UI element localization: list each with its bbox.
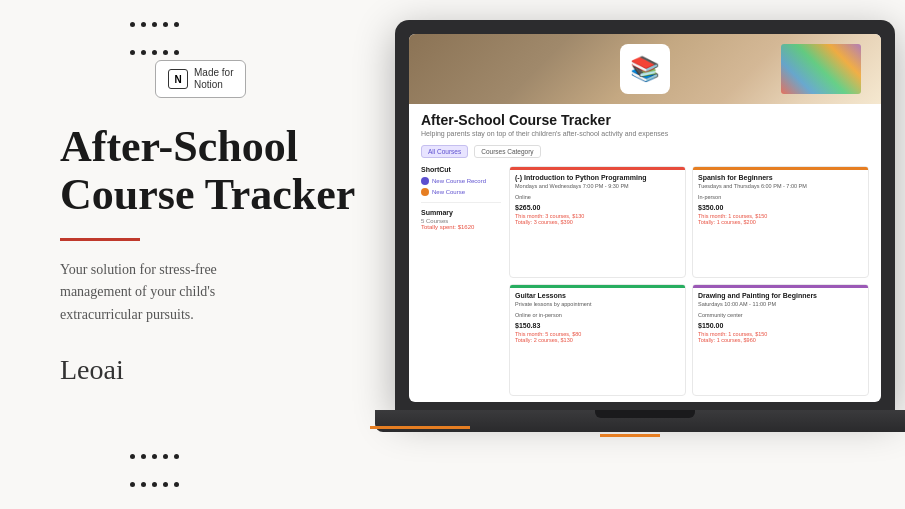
card-location-3: Online or in-person — [515, 312, 680, 320]
plus-icon-record — [421, 177, 429, 185]
sidebar-new-course-record[interactable]: New Course Record — [421, 177, 501, 185]
screen-body: After-School Course Tracker Helping pare… — [409, 104, 881, 402]
card-location-2: In-person — [698, 194, 863, 202]
card-price-2: $350.00 — [698, 204, 863, 211]
sidebar-summary-title: Summary — [421, 209, 501, 216]
sidebar-total-spent: Totally spent: $1620 — [421, 224, 501, 230]
screen-main-area: ShortCut New Course Record New Course Su… — [421, 166, 869, 396]
tab-courses-category[interactable]: Courses Category — [474, 145, 540, 158]
screen-sidebar: ShortCut New Course Record New Course Su… — [421, 166, 501, 396]
card-color-bar-4 — [693, 285, 868, 288]
orange-decoration-line-1 — [370, 426, 470, 429]
card-schedule-2: Tuesdays and Thursdays 6:00 PM - 7:00 PM — [698, 183, 863, 191]
card-price-3: $150.83 — [515, 322, 680, 329]
card-stats-3: This month: 5 courses, $80Totally: 2 cou… — [515, 331, 680, 343]
laptop-screen: 📚 After-School Course Tracker Helping pa… — [409, 34, 881, 402]
course-card-python-intro: (-) Introduction to Python Programming M… — [509, 166, 686, 278]
plus-icon-course — [421, 188, 429, 196]
card-schedule-1: Mondays and Wednesdays 7:00 PM - 9:30 PM — [515, 183, 680, 191]
screen-app-title: After-School Course Tracker — [421, 112, 869, 128]
card-color-bar-2 — [693, 167, 868, 170]
card-price-4: $150.00 — [698, 322, 863, 329]
laptop-body: 📚 After-School Course Tracker Helping pa… — [395, 20, 895, 410]
card-stats-2: This month: 1 courses, $150Totally: 1 co… — [698, 213, 863, 225]
course-card-spanish: Spanish for Beginners Tuesdays and Thurs… — [692, 166, 869, 278]
notion-icon: N — [168, 69, 188, 89]
card-schedule-4: Saturdays 10:00 AM - 11:00 PM — [698, 301, 863, 309]
sidebar-label: ShortCut — [421, 166, 501, 173]
card-location-1: Online — [515, 194, 680, 202]
card-color-bar-1 — [510, 167, 685, 170]
notion-badge-text: Made for Notion — [194, 67, 233, 91]
screen-tabs: All Courses Courses Category — [421, 145, 869, 158]
card-schedule-3: Private lessons by appointment — [515, 301, 680, 309]
course-card-drawing: Drawing and Painting for Beginners Satur… — [692, 284, 869, 396]
orange-decoration-line-2 — [600, 434, 660, 437]
notion-badge: N Made for Notion — [155, 60, 246, 98]
screen-header-image: 📚 — [409, 34, 881, 104]
card-location-4: Community center — [698, 312, 863, 320]
laptop-notch — [595, 410, 695, 418]
screen-app-subtitle: Helping parents stay on top of their chi… — [421, 130, 869, 137]
card-color-bar-3 — [510, 285, 685, 288]
card-stats-4: This month: 1 courses, $150Totally: 1 co… — [698, 331, 863, 343]
card-title-4: Drawing and Painting for Beginners — [698, 292, 863, 299]
card-stats-1: This month: 3 courses, $130Totally: 3 co… — [515, 213, 680, 225]
title-underline-decoration — [60, 238, 140, 241]
page-subtitle: Your solution for stress-free management… — [60, 259, 260, 326]
screen-cards-grid: (-) Introduction to Python Programming M… — [509, 166, 869, 396]
card-title-1: (-) Introduction to Python Programming — [515, 174, 680, 181]
card-title-2: Spanish for Beginners — [698, 174, 863, 181]
sidebar-divider — [421, 202, 501, 203]
screen-notion-icon: 📚 — [620, 44, 670, 94]
card-title-3: Guitar Lessons — [515, 292, 680, 299]
tab-all-courses[interactable]: All Courses — [421, 145, 468, 158]
course-card-guitar: Guitar Lessons Private lessons by appoin… — [509, 284, 686, 396]
page-title: After-School Course Tracker — [60, 123, 355, 220]
screen-content: 📚 After-School Course Tracker Helping pa… — [409, 34, 881, 402]
laptop-mockup: 📚 After-School Course Tracker Helping pa… — [375, 20, 905, 490]
sidebar-new-course[interactable]: New Course — [421, 188, 501, 196]
left-panel: N Made for Notion After-School Course Tr… — [0, 0, 400, 509]
author-signature: Leoai — [60, 354, 124, 386]
card-price-1: $265.00 — [515, 204, 680, 211]
